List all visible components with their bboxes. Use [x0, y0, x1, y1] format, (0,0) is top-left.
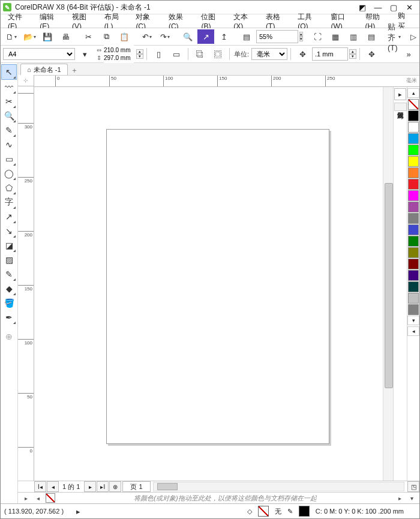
color-swatch[interactable] [408, 259, 419, 269]
undo-button[interactable]: ↶▾ [139, 29, 155, 44]
color-swatch[interactable] [408, 224, 419, 235]
publish-pdf-button[interactable]: ▤ [238, 29, 255, 44]
copy-button[interactable]: ⧉ [98, 29, 115, 44]
zoom-input[interactable] [256, 30, 298, 43]
page-height-input[interactable] [104, 52, 134, 64]
zoom-spinner[interactable]: ▴▾ [299, 32, 303, 41]
show-guides-button[interactable]: ▤ [363, 29, 380, 44]
freehand-tool[interactable]: ✎ [2, 123, 16, 137]
ellipse-tool[interactable]: ◯ [2, 166, 16, 181]
import-button[interactable]: ↗ [197, 29, 214, 44]
object-properties-docker[interactable]: 对象属性 [394, 103, 407, 111]
doc-palette-menu-icon[interactable]: ▾ [407, 494, 416, 502]
toolbar-overflow-icon[interactable]: » [400, 47, 417, 61]
horizontal-scrollbar[interactable] [153, 482, 404, 491]
expand-docker-icon[interactable]: ▸ [394, 88, 406, 100]
duplicate-distance-button[interactable]: ✥ [363, 47, 380, 61]
color-eyedropper-tool[interactable]: ✎ [2, 267, 16, 281]
new-button[interactable]: 🗋▾ [3, 29, 20, 44]
fill-swatch[interactable] [258, 506, 269, 517]
smart-fill-tool[interactable]: 🪣 [2, 296, 16, 310]
outline-swatch[interactable] [299, 506, 310, 517]
snap-button[interactable]: 贴齐(T) ▾ [386, 29, 403, 44]
redo-button[interactable]: ↷▾ [157, 29, 173, 44]
cut-button[interactable]: ✂ [80, 29, 97, 44]
color-swatch[interactable] [408, 213, 419, 224]
color-swatch[interactable] [408, 236, 419, 247]
last-page-button[interactable]: ▸I [97, 481, 109, 492]
scrollbar-thumb[interactable] [385, 183, 393, 388]
print-button[interactable]: 🖶 [57, 29, 74, 44]
color-swatch[interactable] [408, 156, 419, 167]
parallel-dim-tool[interactable]: ↗ [2, 209, 16, 224]
text-tool[interactable]: 字 [2, 195, 16, 209]
nudge-input[interactable] [312, 47, 348, 61]
landscape-button[interactable]: ▭ [168, 47, 185, 61]
prev-page-button[interactable]: ◂ [47, 481, 59, 492]
dim-spinner[interactable]: ▴▾ [136, 49, 143, 59]
color-swatch[interactable] [408, 179, 419, 190]
color-swatch[interactable] [408, 304, 419, 315]
palette-flyout-icon[interactable]: ◂ [407, 326, 419, 336]
pick-tool[interactable]: ↖ [1, 64, 17, 80]
export-button[interactable]: ↥ [215, 29, 232, 44]
color-swatch[interactable] [408, 167, 419, 178]
horizontal-ruler[interactable]: 毫米 050100150200250 [34, 76, 419, 87]
paste-button[interactable]: 📋 [116, 29, 133, 44]
outline-pen-tool[interactable]: ✒ [2, 310, 16, 325]
drop-shadow-tool[interactable]: ◪ [2, 238, 16, 253]
color-swatch[interactable] [408, 270, 419, 281]
color-swatch[interactable] [408, 293, 419, 304]
nudge-spinner[interactable]: ▴▾ [349, 49, 356, 59]
color-swatch[interactable] [408, 281, 419, 292]
shape-tool[interactable]: 〰 [2, 80, 16, 94]
color-swatch[interactable] [408, 133, 419, 144]
add-page-button[interactable]: ⊕ [109, 481, 121, 492]
vertical-scrollbar[interactable] [383, 87, 393, 481]
crop-tool[interactable]: ✂ [2, 94, 16, 109]
open-button[interactable]: 📂▾ [21, 29, 38, 44]
transparency-tool[interactable]: ▨ [2, 253, 16, 267]
color-swatch[interactable] [408, 110, 419, 121]
unit-select[interactable]: 毫米 [251, 48, 287, 60]
current-page-button[interactable]: ⿴ [209, 47, 226, 61]
scrollbar-thumb[interactable] [157, 483, 178, 490]
rectangle-tool[interactable]: ▭ [2, 152, 16, 166]
color-swatch[interactable] [408, 247, 419, 258]
ruler-origin[interactable]: ⊹ [18, 75, 34, 86]
doc-palette-prev-icon[interactable]: ▸ [22, 494, 30, 502]
next-page-button[interactable]: ▸ [84, 481, 96, 492]
polygon-tool[interactable]: ⬠ [2, 181, 16, 195]
status-object-info-icon[interactable]: ▸ [70, 504, 86, 518]
color-swatch[interactable] [408, 122, 419, 133]
page-tab[interactable]: 页 1 [122, 481, 150, 492]
search-button[interactable]: 🔍 [179, 29, 196, 44]
connector-tool[interactable]: ↘ [2, 224, 16, 238]
document-tab[interactable]: ⌂ 未命名 -1 [20, 64, 68, 75]
portrait-button[interactable]: ▯ [150, 47, 167, 61]
navigator-button[interactable]: ◳ [407, 481, 419, 492]
no-color-swatch[interactable] [408, 99, 419, 110]
page-size-select[interactable]: A4 [3, 48, 75, 60]
color-swatch[interactable] [408, 190, 419, 201]
artistic-media-tool[interactable]: ∿ [2, 137, 16, 152]
quick-customize-icon[interactable]: ⊕ [2, 329, 16, 344]
color-swatch[interactable] [408, 145, 419, 155]
zoom-tool[interactable]: 🔍 [2, 109, 16, 123]
cloud-button[interactable]: ▷ [405, 29, 420, 44]
doc-palette-next-icon[interactable]: ◂ [34, 494, 42, 502]
new-document-tab[interactable]: ＋ [69, 65, 80, 75]
palette-down-icon[interactable]: ▾ [407, 316, 419, 325]
page-size-dropdown-icon[interactable]: ▾ [76, 47, 93, 61]
save-button[interactable]: 💾 [39, 29, 56, 44]
doc-palette-none-swatch[interactable] [46, 493, 55, 503]
palette-up-icon[interactable]: ▴ [407, 88, 419, 98]
show-rulers-button[interactable]: ▦ [327, 29, 344, 44]
interactive-fill-tool[interactable]: ◆ [2, 281, 16, 296]
doc-palette-right-icon[interactable]: ▸ [395, 494, 404, 502]
show-grid-button[interactable]: ▥ [345, 29, 362, 44]
all-pages-button[interactable]: ⿻ [191, 47, 208, 61]
first-page-button[interactable]: I◂ [34, 481, 46, 492]
color-swatch[interactable] [408, 202, 419, 212]
fullscreen-button[interactable]: ⛶ [309, 29, 326, 44]
